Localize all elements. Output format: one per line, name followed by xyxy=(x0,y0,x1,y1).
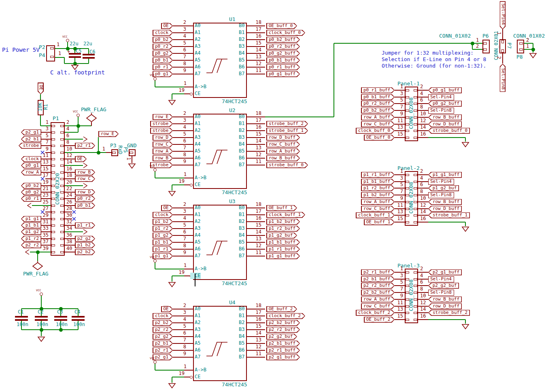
net-label-p0_g1_buff[interactable]: p0_g1_buff xyxy=(428,87,462,93)
wire[interactable] xyxy=(173,117,193,117)
wire[interactable] xyxy=(173,123,193,124)
net-label-p2_g2_buf[interactable]: p2_g2_buf xyxy=(428,283,459,289)
wire[interactable] xyxy=(502,53,503,64)
net-label-p2_r2[interactable]: p2_r2 xyxy=(153,327,173,333)
wire[interactable] xyxy=(184,275,190,276)
net-label-row_B_buff[interactable]: row_B_buff xyxy=(266,155,300,161)
wire[interactable] xyxy=(173,32,193,33)
net-label-p0_b2_buff[interactable]: p0_b2_buff xyxy=(266,37,300,43)
net-label-OE_buff_2[interactable]: OE_buff_2 xyxy=(364,317,395,323)
net-label-clock_buff_2[interactable]: clock_buff_2 xyxy=(266,313,305,319)
net-label-p1_b2[interactable]: p1_b2 xyxy=(153,219,173,225)
wire[interactable] xyxy=(173,256,193,256)
wire[interactable] xyxy=(265,117,334,117)
wire[interactable] xyxy=(41,330,42,336)
wire[interactable] xyxy=(155,81,155,87)
net-label-row_A[interactable]: row_A xyxy=(153,148,173,155)
net-label-p1_g1[interactable]: p1_g1 xyxy=(21,216,41,222)
wire[interactable] xyxy=(184,370,193,371)
net-label-OE_buff_1[interactable]: OE_buff_1 xyxy=(364,219,395,225)
gnd-symbol[interactable] xyxy=(168,100,176,106)
wire[interactable] xyxy=(418,285,428,286)
wire[interactable] xyxy=(172,185,172,191)
wire[interactable] xyxy=(91,122,92,126)
net-label-OE[interactable]: OE xyxy=(161,23,173,29)
net-label-row_A_buff[interactable]: row_A_buff xyxy=(361,297,395,303)
wire[interactable] xyxy=(173,214,193,215)
net-label-p1_r1[interactable]: p1_r1 xyxy=(75,222,95,229)
vcc-symbol[interactable] xyxy=(76,114,80,117)
net-label-p2_r2_buff[interactable]: p2_r2_buff xyxy=(266,327,300,333)
wire[interactable] xyxy=(37,252,38,261)
net-label-row_B_buff[interactable]: row_B_buff xyxy=(428,114,462,121)
wire[interactable] xyxy=(428,319,465,320)
connector-p8-body[interactable] xyxy=(517,40,524,53)
net-label-strobe_buff_0[interactable]: strobe_buff_0 xyxy=(428,128,470,134)
net-label-strobe_buff_1[interactable]: strobe_buff_1 xyxy=(266,128,308,134)
wire[interactable] xyxy=(172,377,184,377)
wire[interactable] xyxy=(55,48,89,49)
net-label-p0_b1[interactable]: p0_b1 xyxy=(75,203,95,209)
net-label-row_D_buff[interactable]: row_D_buff xyxy=(266,135,300,141)
net-label-OE[interactable]: OE xyxy=(161,205,173,211)
net-label-row_B[interactable]: row_B xyxy=(75,170,95,176)
vcc-symbol[interactable] xyxy=(153,360,157,364)
wire[interactable] xyxy=(184,377,190,377)
wire[interactable] xyxy=(247,357,265,358)
net-label-row_A_buff[interactable]: row_A_buff xyxy=(361,114,395,121)
net-label-p2_b1[interactable]: p2_b1 xyxy=(21,136,41,142)
wire[interactable] xyxy=(465,222,466,226)
gnd-symbol[interactable] xyxy=(168,383,176,389)
wire[interactable] xyxy=(184,178,193,178)
net-label-p1_r1_buff[interactable]: p1_r1_buff xyxy=(266,246,300,252)
gnd-symbol[interactable] xyxy=(37,337,45,342)
wire[interactable] xyxy=(418,272,428,273)
net-label-row_B_buff[interactable]: row_B_buff xyxy=(428,297,462,303)
wire[interactable] xyxy=(465,138,466,142)
net-label-p1_r1_buff[interactable]: p1_r1_buff xyxy=(361,172,395,178)
net-label-OE_buff_0[interactable]: OE_buff_0 xyxy=(364,135,395,141)
net-label-p2_b1_buff[interactable]: p2_b1_buff xyxy=(361,276,395,282)
net-label-strobe_buff_2[interactable]: strobe_buff_2 xyxy=(266,121,308,127)
net-label-p2_b2[interactable]: p2_b2 xyxy=(75,249,95,255)
net-label-p0_r1_buff[interactable]: p0_r1_buff xyxy=(361,87,395,93)
gnd-symbol[interactable] xyxy=(168,282,176,288)
wire[interactable] xyxy=(173,316,193,316)
net-label-p2_b1[interactable]: p2_b1 xyxy=(153,341,173,347)
net-label-strobe[interactable]: strobe xyxy=(19,143,41,149)
vcc-symbol[interactable] xyxy=(153,77,157,81)
wire[interactable] xyxy=(395,188,405,189)
wire[interactable] xyxy=(418,188,428,189)
wire[interactable] xyxy=(418,103,428,104)
wire[interactable] xyxy=(173,242,193,243)
wire[interactable] xyxy=(173,309,193,309)
net-label-row_B[interactable]: row_B xyxy=(153,155,173,161)
wire[interactable] xyxy=(524,43,533,44)
net-label-p2_b2[interactable]: p2_b2 xyxy=(153,320,173,326)
net-label-sel-pin4-vert[interactable]: Sel-Pin4 xyxy=(500,1,506,29)
net-label-p1_g1_buff[interactable]: p1_g1_buff xyxy=(428,172,462,178)
wire[interactable] xyxy=(173,357,193,358)
net-label-p2_g2_buf[interactable]: p2_g2_buf xyxy=(266,334,297,340)
net-label-p0_g1_buff[interactable]: p0_g1_buff xyxy=(266,71,300,77)
wire[interactable] xyxy=(184,269,193,269)
net-label-row_A_buff[interactable]: row_A_buff xyxy=(361,199,395,205)
net-label-p1_r2[interactable]: p1_r2 xyxy=(21,236,41,242)
gnd-symbol[interactable] xyxy=(128,163,136,169)
wire[interactable] xyxy=(184,87,193,87)
net-label-p0_b2[interactable]: p0_b2 xyxy=(153,37,173,43)
net-label-p2_r2[interactable]: p2_r2 xyxy=(21,242,41,248)
net-label-row_D_buff[interactable]: row_D_buff xyxy=(428,303,462,309)
net-label-p0_b1_buff[interactable]: p0_b1_buff xyxy=(361,94,395,100)
net-label-strobe_buff_1[interactable]: strobe_buff_1 xyxy=(428,212,470,218)
net-label-p1_g2_buf[interactable]: p1_g2_buf xyxy=(428,185,459,191)
net-label-row_A[interactable]: row_A xyxy=(21,170,41,176)
net-label-OE[interactable]: OE xyxy=(161,306,173,312)
wire[interactable] xyxy=(173,130,193,131)
wire[interactable] xyxy=(395,103,405,104)
net-label-p1_b2_buff[interactable]: p1_b2_buff xyxy=(266,219,300,225)
wire[interactable] xyxy=(395,90,405,91)
wire[interactable] xyxy=(173,165,193,165)
wire[interactable] xyxy=(74,49,75,53)
net-label-p1_g2_buf[interactable]: p1_g2_buf xyxy=(266,233,297,239)
